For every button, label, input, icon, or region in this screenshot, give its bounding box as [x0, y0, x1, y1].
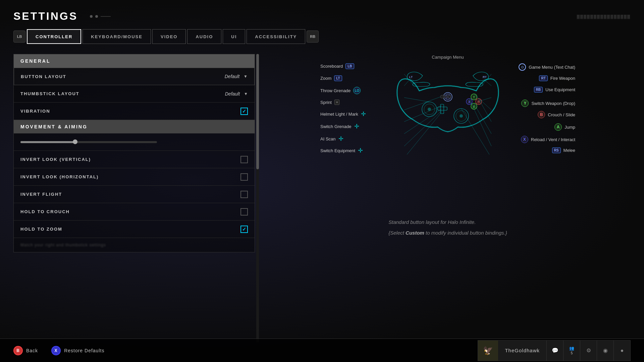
- ai-scan-label-group: AI Scan ✛: [320, 136, 343, 142]
- tab-keyboard-mouse[interactable]: KEYBOARD/MOUSE: [83, 29, 151, 44]
- svg-line-33: [485, 80, 491, 86]
- crouch-label-group: B Crouch / Slide: [538, 111, 575, 118]
- vibration-checkbox[interactable]: [240, 108, 248, 115]
- melee-btn: RS: [552, 147, 561, 153]
- melee-label-group: RS Melee: [552, 147, 575, 153]
- hold-to-crouch-row[interactable]: HOLD TO CROUCH: [14, 203, 255, 221]
- right-bumper[interactable]: RB: [307, 31, 319, 43]
- user-chat-icon[interactable]: 💬: [546, 341, 563, 361]
- right-panel: Campaign Menu Scoreboard LB Zoom LT Thro…: [265, 54, 631, 342]
- switch-grenade-label: Switch Grenade: [320, 124, 352, 129]
- tab-video[interactable]: VIDEO: [152, 29, 186, 44]
- use-equipment-label: Use Equipment: [545, 87, 575, 92]
- throw-grenade-btn: LO: [353, 87, 361, 94]
- hold-to-zoom-row[interactable]: HOLD TO ZOOM: [14, 221, 255, 238]
- svg-line-29: [404, 109, 442, 134]
- sprint-label-group: Sprint ≡: [320, 100, 339, 105]
- switch-equipment-btn: ✛: [358, 147, 363, 154]
- hold-to-zoom-checkbox[interactable]: [240, 226, 248, 233]
- tab-ui[interactable]: UI: [223, 29, 245, 44]
- jump-label-group: A Jump: [554, 123, 575, 131]
- page-title: SETTINGS: [13, 10, 78, 22]
- tabs-container: LB CONTROLLER KEYBOARD/MOUSE VIDEO AUDIO…: [13, 29, 631, 44]
- svg-text:B: B: [477, 100, 480, 104]
- invert-look-horizontal-row[interactable]: INVERT LOOK (HORIZONTAL): [14, 168, 255, 186]
- tab-accessibility[interactable]: ACCESSIBILITY: [247, 29, 305, 44]
- tab-audio[interactable]: AUDIO: [187, 29, 221, 44]
- fire-weapon-label-group: RT Fire Weapon: [539, 75, 575, 81]
- info-line2: {Select Custom to modify individual butt…: [388, 229, 507, 237]
- header: SETTINGS ▓▓▓▓▓▓▓▓▓▓▓▓▓▓▓▓: [13, 7, 631, 22]
- look-sensitivity-row[interactable]: [14, 133, 255, 151]
- bottom-hint: Match your right and thumbstick settings: [14, 238, 255, 252]
- header-right: ▓▓▓▓▓▓▓▓▓▓▓▓▓▓▓▓: [577, 14, 631, 18]
- thumbstick-layout-label: THUMBSTICK LAYOUT: [20, 91, 79, 96]
- user-icons: 💬 👥 5 ⚙ ◉ ●: [546, 341, 630, 361]
- invert-look-vertical-row[interactable]: INVERT LOOK (VERTICAL): [14, 151, 255, 168]
- button-layout-row[interactable]: BUTTON LAYOUT Default ▼: [14, 68, 255, 85]
- svg-text:A: A: [473, 105, 475, 109]
- bottom-bar: B Back X Restore Defaults 🦅 TheGoldhawk …: [0, 339, 644, 362]
- game-menu-label: Game Menu (Text Chat): [529, 65, 575, 70]
- svg-point-5: [460, 114, 463, 118]
- crouch-label: Crouch / Slide: [548, 112, 575, 117]
- invert-look-vertical-label: INVERT LOOK (VERTICAL): [20, 157, 91, 162]
- scroll-indicator[interactable]: [256, 54, 259, 342]
- switch-grenade-label-group: Switch Grenade ✛: [320, 123, 359, 129]
- thumbstick-layout-value[interactable]: Default ▼: [225, 91, 248, 97]
- hold-to-crouch-checkbox[interactable]: [240, 208, 248, 216]
- switch-weapon-btn: Y: [521, 100, 529, 107]
- svg-line-25: [404, 80, 409, 86]
- zoom-label-group: Zoom LT: [320, 75, 342, 81]
- jump-btn: A: [554, 123, 562, 131]
- user-name: TheGoldhawk: [498, 348, 546, 353]
- invert-flight-row[interactable]: INVERT FLIGHT: [14, 186, 255, 203]
- controller-svg: Y B A X: [394, 61, 501, 155]
- crouch-btn: B: [538, 111, 545, 118]
- back-label: Back: [26, 348, 38, 353]
- svg-line-27: [404, 97, 440, 110]
- svg-line-38: [469, 99, 491, 146]
- user-friends-icon[interactable]: 👥 5: [563, 341, 580, 361]
- button-layout-label: BUTTON LAYOUT: [21, 74, 66, 79]
- section-movement-aiming: MOVEMENT & AIMING: [14, 120, 255, 133]
- vibration-row[interactable]: VIBRATION: [14, 103, 255, 120]
- scoreboard-label-group: Scoreboard LB: [320, 63, 354, 69]
- fire-weapon-btn: RT: [539, 75, 547, 81]
- helmet-light-btn: ✛: [361, 111, 366, 117]
- invert-flight-label: INVERT FLIGHT: [20, 192, 62, 197]
- game-menu-btn: ⊙: [519, 63, 526, 71]
- ai-scan-label: AI Scan: [320, 136, 336, 141]
- reload-label: Reload / Vent / Interact: [531, 137, 575, 142]
- sprint-label: Sprint: [320, 100, 332, 105]
- svg-line-31: [404, 112, 442, 155]
- button-layout-value[interactable]: Default ▼: [225, 74, 248, 79]
- helmet-light-label-group: Helmet Light / Mark ✛: [320, 111, 366, 117]
- invert-look-horizontal-checkbox[interactable]: [240, 173, 248, 181]
- invert-look-vertical-checkbox[interactable]: [240, 156, 248, 163]
- svg-text:LT: LT: [409, 75, 413, 79]
- left-panel: GENERAL BUTTON LAYOUT Default ▼ THUMBSTI…: [13, 54, 255, 342]
- helmet-light-label: Helmet Light / Mark: [320, 112, 358, 117]
- invert-flight-checkbox[interactable]: [240, 191, 248, 198]
- back-action[interactable]: B Back: [13, 346, 38, 355]
- restore-defaults-action[interactable]: X Restore Defaults: [51, 346, 104, 355]
- tab-controller[interactable]: CONTROLLER: [27, 29, 81, 44]
- svg-rect-7: [438, 107, 447, 110]
- left-bumper[interactable]: LB: [13, 31, 25, 43]
- svg-line-37: [474, 104, 491, 134]
- user-avatar: 🦅: [478, 341, 498, 361]
- user-settings-icon[interactable]: ⚙: [580, 341, 597, 361]
- header-dot-2: [95, 15, 98, 18]
- zoom-btn: LT: [334, 75, 342, 81]
- fire-weapon-label: Fire Weapon: [550, 76, 575, 81]
- svg-rect-21: [446, 95, 451, 98]
- reload-btn: X: [521, 136, 528, 143]
- content-area: GENERAL BUTTON LAYOUT Default ▼ THUMBSTI…: [13, 54, 631, 342]
- use-equipment-btn: RB: [534, 87, 543, 93]
- user-profile-icon[interactable]: ●: [613, 341, 630, 361]
- user-broadcast-icon[interactable]: ◉: [597, 341, 613, 361]
- header-line: [101, 16, 111, 17]
- thumbstick-layout-row[interactable]: THUMBSTICK LAYOUT Default ▼: [14, 85, 255, 103]
- section-general: GENERAL: [14, 54, 255, 68]
